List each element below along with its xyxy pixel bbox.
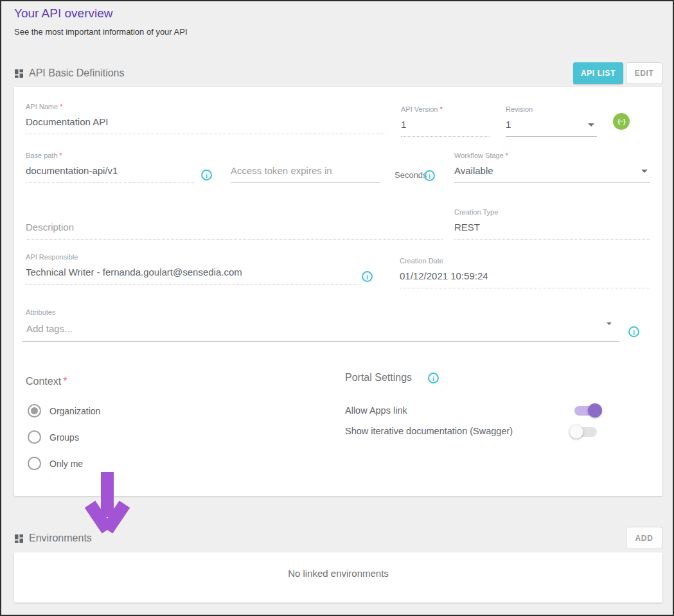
access-token-placeholder[interactable]: Access token expires in (231, 164, 380, 183)
api-name-value[interactable]: Documentation API (26, 116, 386, 134)
info-icon[interactable]: i (628, 326, 639, 337)
api-responsible-label: API Responsible (26, 253, 359, 261)
workflow-stage-value: Available (454, 165, 493, 176)
chevron-down-icon[interactable] (607, 322, 612, 325)
creation-type-value: REST (454, 221, 650, 240)
add-environment-button[interactable]: ADD (626, 527, 662, 549)
creation-type-field: Creation Type REST (454, 208, 650, 240)
show-swagger-doc-toggle[interactable] (569, 424, 599, 439)
required-asterisk: * (63, 376, 67, 387)
required-asterisk: * (60, 103, 62, 110)
grid-icon (15, 69, 23, 78)
revision-select[interactable]: Revision 1 (506, 105, 597, 137)
api-version-field[interactable]: API Version* 1 (401, 105, 490, 137)
description-placeholder[interactable]: Description (26, 221, 443, 240)
chevron-down-icon[interactable] (641, 170, 648, 173)
info-icon[interactable]: i (362, 271, 373, 282)
page-title: Your API overview (14, 6, 113, 21)
api-overview-page: Your API overview See the most important… (0, 0, 674, 616)
base-path-field[interactable]: Base path* documentation-api/v1 (26, 152, 194, 183)
show-swagger-doc-label: Show iterative documentation (Swagger) (345, 426, 513, 436)
creation-type-label: Creation Type (454, 208, 650, 216)
description-field[interactable]: Description (26, 208, 443, 240)
creation-date-field: Creation Date 01/12/2021 10:59:24 (400, 257, 650, 288)
creation-date-label: Creation Date (400, 257, 650, 265)
attributes-placeholder: Add tags... (26, 323, 73, 334)
base-path-label: Base path (26, 152, 58, 159)
info-icon[interactable]: i (428, 373, 439, 383)
toggle-knob[interactable] (588, 403, 602, 418)
required-asterisk: * (439, 105, 442, 113)
radio-label: Groups (49, 432, 79, 443)
allow-apps-link-toggle[interactable] (572, 403, 602, 418)
basic-definitions-card (14, 87, 662, 496)
allow-apps-link-label: Allow Apps link (345, 405, 407, 416)
chevron-down-icon[interactable] (588, 123, 594, 127)
environments-card: No linked environments (14, 552, 662, 603)
radio-option-organization[interactable]: Organization (28, 404, 100, 418)
required-asterisk: * (506, 152, 508, 159)
section-title: API Basic Definitions (29, 67, 125, 79)
base-path-value[interactable]: documentation-api/v1 (26, 164, 194, 183)
api-responsible-value[interactable]: Technical Writer - fernanda.goulart@sens… (26, 266, 359, 285)
page-subtitle: See the most important information of yo… (14, 27, 188, 37)
api-version-value[interactable]: 1 (401, 118, 490, 137)
required-asterisk: * (60, 152, 62, 159)
radio-label: Organization (49, 406, 100, 416)
seconds-unit-label: Seconds (395, 170, 427, 180)
radio-button-icon[interactable] (28, 457, 41, 470)
workflow-stage-label: Workflow Stage (454, 152, 504, 159)
no-environments-message: No linked environments (14, 568, 662, 579)
revision-value: 1 (506, 119, 511, 130)
radio-label: Only me (49, 459, 83, 469)
radio-button-icon[interactable] (28, 404, 41, 418)
access-token-field[interactable]: Access token expires in (231, 152, 380, 183)
portal-settings-label: Portal Settings (345, 372, 412, 383)
info-icon[interactable]: i (201, 170, 212, 180)
api-responsible-field[interactable]: API Responsible Technical Writer - ferna… (26, 253, 359, 285)
context-section-label: Context* (26, 376, 67, 387)
api-list-button[interactable]: API LIST (573, 62, 623, 84)
annotation-arrow-down (83, 472, 132, 540)
creation-date-value: 01/12/2021 10:59:24 (400, 270, 650, 288)
basic-definitions-section-header: API Basic Definitions (15, 67, 125, 79)
toggle-knob[interactable] (569, 425, 583, 439)
grid-icon (15, 534, 23, 543)
api-name-field[interactable]: API Name* Documentation API (26, 103, 386, 134)
environments-section-header: Environments (15, 532, 92, 544)
api-design-icon[interactable]: {···} (613, 113, 630, 130)
attributes-label: Attributes (22, 308, 619, 317)
radio-option-groups[interactable]: Groups (28, 430, 79, 444)
api-version-label: API Version (401, 105, 438, 113)
edit-button[interactable]: EDIT (626, 62, 662, 84)
attributes-tags-input[interactable]: Attributes Add tags... (22, 308, 619, 342)
radio-option-only-me[interactable]: Only me (28, 457, 83, 470)
radio-button-icon[interactable] (28, 430, 41, 444)
api-name-label: API Name (26, 103, 58, 110)
revision-label: Revision (506, 105, 597, 114)
workflow-stage-select[interactable]: Workflow Stage* Available (454, 152, 650, 183)
info-icon[interactable]: i (424, 170, 435, 181)
